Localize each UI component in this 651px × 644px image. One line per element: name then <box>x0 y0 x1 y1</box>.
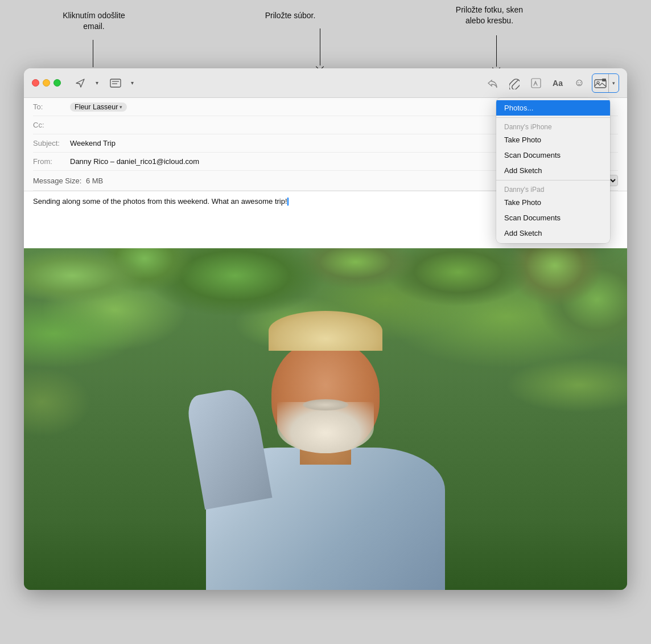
toolbar-right: Aa ☺ ▾ <box>484 73 619 93</box>
title-bar: ▾ ▾ <box>24 68 627 98</box>
photo-background <box>24 248 627 590</box>
body-text: Sending along some of the photos from th… <box>33 197 287 206</box>
subject-label: Subject: <box>33 139 70 147</box>
font-button[interactable]: Aa <box>549 74 567 92</box>
menu-item-photos[interactable]: Photos... <box>496 100 610 116</box>
annotation-photo: Priložte fotku, skenalebo kresbu. <box>432 5 546 26</box>
send-button[interactable] <box>71 74 89 92</box>
reply-button[interactable] <box>484 74 502 92</box>
from-value: Danny Rico – daniel_rico1@icloud.com <box>70 157 199 166</box>
menu-divider-2 <box>496 180 610 181</box>
markup-button[interactable] <box>527 74 545 92</box>
menu-item-take-photo-1[interactable]: Take Photo <box>496 132 610 147</box>
svg-rect-6 <box>602 79 606 81</box>
annotation-photo-line <box>496 35 497 67</box>
emoji-icon: ☺ <box>574 77 584 89</box>
dropdown-menu: Photos... Danny's iPhone Take Photo Scan… <box>496 98 610 243</box>
menu-item-scan-documents-2[interactable]: Scan Documents <box>496 210 610 225</box>
person-face <box>271 339 380 453</box>
menu-item-scan-documents-1[interactable]: Scan Documents <box>496 147 610 163</box>
annotation-send: Kliknutím odošlite email. <box>57 10 131 32</box>
format-chevron[interactable]: ▾ <box>127 74 137 92</box>
to-chevron: ▾ <box>120 104 122 110</box>
emoji-button[interactable]: ☺ <box>570 74 588 92</box>
photo-dropdown-arrow[interactable]: ▾ <box>608 74 619 92</box>
text-cursor <box>287 198 289 206</box>
menu-divider-1 <box>496 117 610 118</box>
annotation-attach-line <box>320 28 320 65</box>
svg-rect-0 <box>110 79 121 87</box>
traffic-lights <box>32 79 61 87</box>
annotation-attach: Priložte súbor. <box>250 10 330 21</box>
message-size: Message Size: 6 MB <box>33 177 103 185</box>
menu-item-take-photo-2[interactable]: Take Photo <box>496 195 610 210</box>
menu-item-add-sketch-2[interactable]: Add Sketch <box>496 225 610 241</box>
minimize-button[interactable] <box>43 79 50 87</box>
menu-header-iphone: Danny's iPhone <box>496 120 610 132</box>
font-label: Aa <box>553 79 563 88</box>
photo-media-group: ▾ <box>592 73 619 93</box>
close-button[interactable] <box>32 79 39 87</box>
email-photo <box>24 248 627 590</box>
from-label: From: <box>33 157 70 166</box>
person-mustache <box>303 399 348 411</box>
mail-window: ▾ ▾ <box>24 68 627 590</box>
format-bar-button[interactable] <box>106 74 125 92</box>
annotation-send-line <box>93 40 93 67</box>
to-label: To: <box>33 102 70 111</box>
attach-button[interactable] <box>505 74 524 92</box>
toolbar: ▾ ▾ <box>71 73 619 93</box>
photo-media-button[interactable] <box>592 74 608 92</box>
menu-item-add-sketch-1[interactable]: Add Sketch <box>496 163 610 178</box>
subject-value: Weekend Trip <box>70 139 116 147</box>
person-hair <box>269 311 382 351</box>
maximize-button[interactable] <box>53 79 61 87</box>
menu-header-ipad: Danny's iPad <box>496 182 610 195</box>
to-value: Fleur Lasseur <box>75 103 118 111</box>
send-chevron[interactable]: ▾ <box>92 74 102 92</box>
cc-label: Cc: <box>33 121 70 129</box>
to-chip[interactable]: Fleur Lasseur ▾ <box>70 102 127 112</box>
